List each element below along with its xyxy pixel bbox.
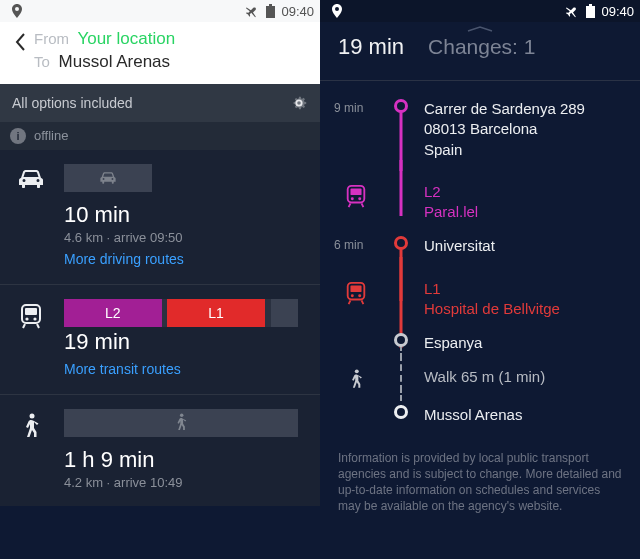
svg-rect-1 (269, 4, 272, 6)
dot-origin (394, 99, 408, 113)
step-l1: L1 Hospital de Bellvitge (334, 279, 622, 320)
card-driving[interactable]: 10 min 4.6 km · arrive 09:50 More drivin… (0, 150, 320, 285)
train-icon (14, 299, 48, 378)
walk-icon (334, 367, 378, 391)
back-button[interactable] (6, 28, 34, 52)
step-time: 9 min (334, 99, 378, 115)
walk-duration: 1 h 9 min (64, 447, 306, 473)
origin-line3: Spain (424, 140, 622, 160)
svg-rect-3 (25, 308, 37, 315)
svg-point-17 (358, 294, 361, 297)
offline-label: offline (34, 128, 68, 143)
from-value: Your location (77, 29, 175, 48)
line-l1-name: L1 (424, 279, 622, 299)
step-walk: Walk 65 m (1 min) (334, 367, 622, 391)
stop-universitat: Universitat (424, 236, 622, 256)
detail-changes: Changes: 1 (428, 35, 535, 59)
dot-espanya (394, 333, 408, 347)
status-time: 09:40 (601, 4, 634, 19)
gear-icon[interactable] (290, 94, 308, 112)
svg-point-4 (25, 317, 28, 320)
to-row[interactable]: To Mussol Arenas (34, 51, 175, 74)
location-icon (332, 4, 342, 18)
to-value: Mussol Arenas (59, 52, 171, 71)
svg-point-5 (33, 317, 36, 320)
battery-icon (266, 4, 275, 18)
options-label: All options included (12, 95, 133, 111)
disclaimer-text: Information is provided by local public … (320, 442, 640, 529)
airplane-icon (566, 4, 580, 18)
location-icon (12, 4, 22, 18)
options-bar[interactable]: All options included (0, 84, 320, 122)
svg-rect-9 (589, 4, 592, 6)
info-icon: i (10, 128, 26, 144)
origin-line2: 08013 Barcelona (424, 119, 622, 139)
line-l1-dest: Hospital de Bellvitge (424, 299, 622, 319)
to-label: To (34, 53, 50, 70)
train-icon (334, 182, 378, 208)
line-l2-dest: Paral.lel (424, 202, 622, 222)
step-time: 6 min (334, 236, 378, 252)
driving-subline: 4.6 km · arrive 09:50 (64, 230, 306, 245)
step-destination: Mussol Arenas (334, 405, 622, 425)
svg-rect-8 (586, 6, 595, 18)
walk-icon (14, 409, 48, 490)
svg-rect-11 (350, 188, 361, 194)
svg-point-16 (351, 294, 354, 297)
stop-espanya: Espanya (424, 333, 622, 353)
car-icon (14, 164, 48, 268)
line-l2-name: L2 (424, 182, 622, 202)
disabled-walk-segment (64, 409, 298, 437)
transit-line-bar: L2 L1 (64, 299, 298, 327)
dot-destination (394, 405, 408, 419)
transit-duration: 19 min (64, 329, 306, 355)
svg-point-12 (351, 197, 354, 200)
from-row[interactable]: From Your location (34, 28, 175, 51)
train-icon (334, 279, 378, 305)
detail-duration: 19 min (338, 34, 404, 60)
route-timeline: 9 min Carrer de Sardenya 289 08013 Barce… (320, 81, 640, 442)
status-time: 09:40 (281, 4, 314, 19)
from-label: From (34, 30, 69, 47)
dot-change (394, 236, 408, 250)
svg-point-7 (180, 413, 184, 417)
route-header: From Your location To Mussol Arenas (0, 22, 320, 84)
card-walking[interactable]: 1 h 9 min 4.2 km · arrive 10:49 (0, 395, 320, 506)
svg-point-13 (358, 197, 361, 200)
svg-point-6 (30, 413, 35, 418)
status-bar-right: 09:40 (320, 0, 640, 22)
segment-stub (271, 299, 298, 327)
step-origin: 9 min Carrer de Sardenya 289 08013 Barce… (334, 99, 622, 160)
offline-row: i offline (0, 122, 320, 150)
more-driving-link[interactable]: More driving routes (64, 251, 184, 267)
drag-handle-icon[interactable] (466, 25, 494, 31)
walk-text: Walk 65 m (1 min) (424, 367, 622, 387)
segment-l1: L1 (167, 299, 265, 327)
svg-rect-15 (350, 285, 361, 291)
driving-duration: 10 min (64, 202, 306, 228)
battery-icon (586, 4, 595, 18)
destination-name: Mussol Arenas (424, 405, 622, 425)
disabled-car-segment (64, 164, 152, 192)
detail-header[interactable]: 19 min Changes: 1 (320, 22, 640, 81)
origin-line1: Carrer de Sardenya 289 (424, 99, 622, 119)
more-transit-link[interactable]: More transit routes (64, 361, 181, 377)
walk-subline: 4.2 km · arrive 10:49 (64, 475, 306, 490)
svg-point-18 (355, 370, 359, 374)
step-espanya: Espanya (334, 333, 622, 353)
svg-rect-0 (266, 6, 275, 18)
step-universitat: 6 min Universitat (334, 236, 622, 256)
card-transit[interactable]: L2 L1 19 min More transit routes (0, 285, 320, 395)
segment-l2: L2 (64, 299, 162, 327)
step-l2: L2 Paral.lel (334, 182, 622, 223)
airplane-icon (246, 4, 260, 18)
status-bar-left: 09:40 (0, 0, 320, 22)
